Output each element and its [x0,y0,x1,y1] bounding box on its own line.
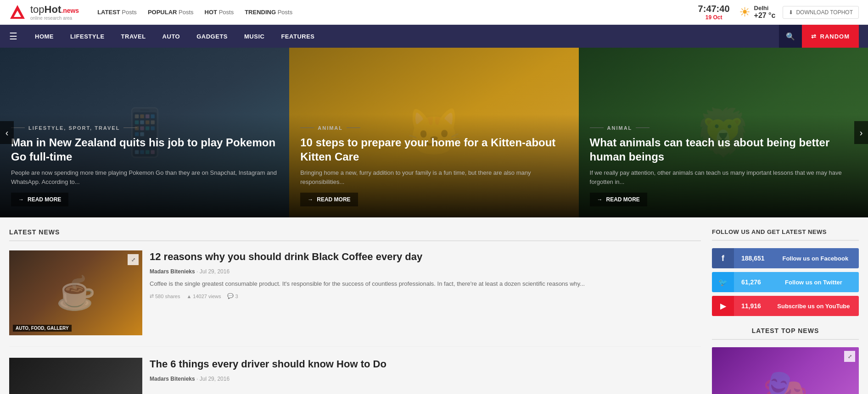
slide-1-readmore-button[interactable]: → READ MORE [11,193,68,206]
header: topHot.news online research area LATEST … [0,0,868,25]
popular-nav-link[interactable]: POPULAR Posts [148,9,194,16]
latest-top-title: LATEST TOP NEWS [712,327,859,340]
slide-2-readmore-button[interactable]: → READ MORE [300,193,358,206]
hot-nav-link[interactable]: HOT Posts [205,9,234,16]
driver-meta: Madars Bitenieks · Jul 29, 2016 [150,376,701,382]
nav-home[interactable]: HOME [27,25,62,48]
city-name: Delhi [754,5,776,11]
main-content: LATEST NEWS ☕ ⤢ AUTO, FOOD, GALLERY 12 r… [0,217,868,394]
facebook-follow-button[interactable]: f 188,651 Follow us on Facebook [712,248,859,268]
nav-features[interactable]: FEATURES [273,25,323,48]
random-button[interactable]: ⇄ RANDOM [802,25,859,48]
comment-icon: 💬 [227,293,234,299]
slide-2-excerpt: Bringing home a new, furry addition to y… [300,168,567,186]
nav-lifestyle[interactable]: LIFESTYLE [62,25,113,48]
coffee-author: Madars Bitenieks [150,268,195,275]
nav-gadgets[interactable]: GADGETS [188,25,236,48]
driver-meta-separator: · [196,376,200,382]
coffee-excerpt: Coffee is the single greatest consumable… [150,279,701,289]
logo-brand-name: topHot.news [30,4,79,16]
logo-text-area: topHot.news online research area [30,4,79,21]
slide-2-title: 10 steps to prepare your home for a Kitt… [300,135,567,164]
slider-next-button[interactable]: › [854,121,868,144]
slide-1: 📱 LIFESTYLE, SPORT, TRAVEL Man in New Ze… [0,48,289,217]
twitter-follow-button[interactable]: 🐦 61,276 Follow us on Twitter [712,272,859,292]
slide-1-overlay: LIFESTYLE, SPORT, TRAVEL Man in New Zeal… [0,114,289,217]
logo-svg-icon [9,4,26,21]
coffee-thumbnail[interactable]: ☕ ⤢ AUTO, FOOD, GALLERY [9,250,142,335]
twitter-count: 61,276 [734,272,768,292]
random-label: RANDOM [820,33,850,40]
latest-news-section: LATEST NEWS ☕ ⤢ AUTO, FOOD, GALLERY 12 r… [9,228,701,394]
logo-hot: Hot [45,4,62,15]
slide-1-category: LIFESTYLE, SPORT, TRAVEL [11,125,278,131]
latest-top-image[interactable]: 🎭 ⤢ [712,347,859,394]
youtube-icon: ▶ [712,296,734,316]
youtube-follow-button[interactable]: ▶ 11,916 Subscribe us on YouTube [712,296,859,316]
coffee-thumb-deco: ☕ [56,274,96,312]
facebook-count: 188,651 [734,248,772,268]
nav-auto[interactable]: AUTO [154,25,189,48]
time-area: 7:47:40 19 Oct [698,4,730,21]
slide-3: 🦁 ANIMAL What animals can teach us about… [579,48,868,217]
views-icon: ▲ [186,294,191,299]
car-thumb-deco: 🚗 [56,382,96,394]
logo[interactable]: topHot.news online research area [9,4,79,21]
search-button[interactable]: 🔍 [779,25,802,48]
slide-2-category: ANIMAL [300,125,567,131]
arrow-right-icon-3: → [597,196,603,203]
facebook-icon: f [712,248,734,268]
facebook-follow-text: Follow us on Facebook [772,248,859,268]
driver-date: Jul 29, 2016 [200,376,230,382]
shuffle-icon: ⇄ [811,33,817,40]
driver-title[interactable]: The 6 things every driver should know Ho… [150,358,701,371]
youtube-count: 11,916 [734,296,768,316]
coffee-date: Jul 29, 2016 [200,268,230,275]
weather-info: Delhi +27 °c [754,5,776,20]
nav-travel[interactable]: TRAVEL [113,25,154,48]
date-display: 19 Oct [698,14,730,21]
arrow-right-icon-2: → [308,196,313,203]
latest-top-section: LATEST TOP NEWS 🎭 ⤢ [712,327,859,394]
sun-icon: ☀ [739,5,750,20]
thumb-expand-icon[interactable]: ⤢ [128,254,139,265]
slide-2-overlay: ANIMAL 10 steps to prepare your home for… [289,114,578,217]
hero-slider: ‹ 📱 LIFESTYLE, SPORT, TRAVEL Man in New … [0,48,868,217]
logo-dotnews: .news [61,7,79,14]
nav-right-actions: 🔍 ⇄ RANDOM [779,25,859,48]
download-label: DOWNLOAD TOPHOT [796,9,853,16]
top-nav: LATEST Posts POPULAR Posts HOT Posts TRE… [97,9,698,16]
coffee-info: 12 reasons why you should drink Black Co… [150,250,701,335]
slide-1-title: Man in New Zealand quits his job to play… [11,135,278,164]
coffee-meta: Madars Bitenieks · Jul 29, 2016 [150,268,701,275]
coffee-shares: ⇄ 580 shares [150,293,180,299]
slide-2: 🐱 ANIMAL 10 steps to prepare your home f… [289,48,578,217]
coffee-title[interactable]: 12 reasons why you should drink Black Co… [150,250,701,264]
nav-music[interactable]: MUSIC [236,25,273,48]
slider-prev-button[interactable]: ‹ [0,121,14,144]
navbar: ☰ HOME LIFESTYLE TRAVEL AUTO GADGETS MUS… [0,25,868,48]
logo-tagline: online research area [30,16,79,21]
slide-3-readmore-button[interactable]: → READ MORE [590,193,647,206]
slide-3-overlay: ANIMAL What animals can teach us about b… [579,114,868,217]
youtube-follow-text: Subscribe us on YouTube [768,296,859,316]
hamburger-button[interactable]: ☰ [9,31,17,42]
latest-nav-link[interactable]: LATEST Posts [97,9,137,16]
slide-1-excerpt: People are now spending more time playin… [11,168,278,186]
download-button[interactable]: ⬇ DOWNLOAD TOPHOT [783,6,859,19]
latest-top-expand-icon[interactable]: ⤢ [844,351,855,362]
trending-nav-link[interactable]: TRENDING Posts [245,9,292,16]
slide-3-title: What animals can teach us about being be… [590,135,857,164]
coffee-comments: 💬 3 [227,293,238,299]
slide-3-category: ANIMAL [590,125,857,131]
temp-display: +27 °c [754,11,776,20]
coffee-stats: ⇄ 580 shares ▲ 14027 views 💬 3 [150,293,701,299]
logo-triangle-icon [9,4,26,21]
twitter-follow-text: Follow us on Twitter [768,272,859,292]
follow-section: FOLLOW US AND GET LATEST NEWS f 188,651 … [712,228,859,316]
driver-thumbnail[interactable]: 🚗 [9,358,142,394]
arrow-right-icon: → [18,196,24,203]
news-card-coffee: ☕ ⤢ AUTO, FOOD, GALLERY 12 reasons why y… [9,250,701,347]
time-display: 7:47:40 [698,4,730,14]
latest-news-title: LATEST NEWS [9,228,701,241]
